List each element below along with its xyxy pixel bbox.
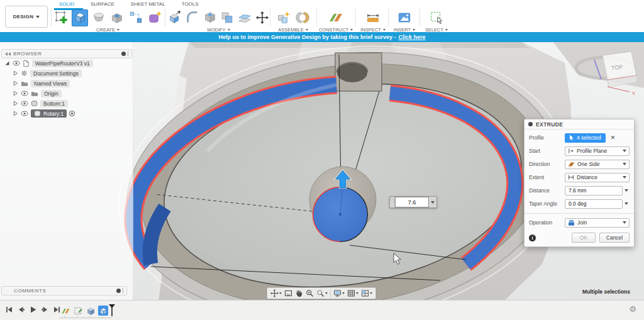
timeline-extrude-icon[interactable] [86, 306, 96, 316]
tree-row-bottom[interactable]: Bottom:1 [1, 99, 131, 108]
design-workspace-button[interactable]: DESIGN [5, 6, 48, 28]
display-settings-icon[interactable] [333, 289, 345, 297]
info-icon[interactable]: i [529, 234, 536, 241]
zoom-icon[interactable] [306, 289, 314, 297]
viewports-icon[interactable] [361, 289, 372, 297]
visibility-eye-icon[interactable] [21, 111, 28, 116]
panel-options-icon[interactable] [121, 52, 126, 56]
tree-label[interactable]: Named Views [31, 80, 70, 87]
visibility-eye-icon[interactable] [21, 101, 28, 106]
ok-button[interactable]: OK [572, 233, 596, 243]
collapse-panel-icon[interactable] [5, 52, 11, 56]
tree-row-root[interactable]: WaterPipeRouterV3 v1 [1, 58, 131, 68]
step-back-icon[interactable] [18, 306, 25, 313]
tab-solid[interactable]: SOLID [58, 1, 75, 8]
visibility-eye-icon[interactable] [21, 91, 28, 96]
timeline-sketch-icon[interactable] [73, 306, 83, 316]
press-pull-icon[interactable] [167, 9, 183, 26]
activate-component-radio[interactable] [69, 111, 75, 116]
browser-header[interactable]: BROWSER [1, 49, 132, 58]
go-to-end-icon[interactable] [53, 306, 60, 313]
grid-settings-icon[interactable] [347, 289, 358, 297]
look-at-icon[interactable] [284, 289, 292, 297]
new-component-icon[interactable] [275, 9, 292, 26]
taper-angle-input[interactable]: 0.0 deg [565, 199, 623, 209]
step-forward-icon[interactable] [42, 306, 48, 313]
combine-icon[interactable] [219, 9, 235, 26]
panel-options-icon[interactable] [116, 289, 121, 293]
tree-row-named-views[interactable]: Named Views [1, 79, 131, 88]
construct-plane-icon[interactable] [328, 9, 345, 26]
tree-row-origin[interactable]: Origin [1, 89, 131, 98]
profile-select-button[interactable]: 4 selected [565, 133, 606, 143]
comments-title: COMMENTS [14, 288, 46, 294]
revolve-icon[interactable] [90, 9, 107, 26]
zoom-window-icon[interactable] [316, 289, 328, 297]
hole-icon[interactable] [109, 9, 126, 26]
go-to-start-icon[interactable] [6, 306, 13, 313]
timeline-extrude-active-icon[interactable] [98, 306, 108, 316]
distance-dropdown-caret[interactable] [429, 197, 436, 207]
distance-inline-input[interactable] [395, 197, 429, 207]
clear-selection-icon[interactable]: ✕ [611, 135, 616, 141]
cancel-button[interactable]: Cancel [599, 233, 630, 243]
create-sketch-icon[interactable] [53, 9, 70, 26]
insert-image-icon[interactable] [396, 9, 413, 26]
taper-expr-caret[interactable] [623, 202, 630, 205]
group-select: SELECT [423, 9, 450, 33]
timeline-position-marker[interactable] [109, 304, 115, 317]
distance-input[interactable]: 7.6 mm [565, 186, 623, 196]
pattern-icon[interactable] [128, 9, 145, 26]
extent-label: Extent [529, 174, 565, 180]
expander-closed-icon[interactable] [13, 80, 18, 86]
fillet-icon[interactable] [185, 9, 201, 26]
extrude-dialog-titlebar[interactable]: EXTRUDE [525, 119, 634, 130]
tab-sheet-metal[interactable]: SHEET METAL [130, 1, 167, 8]
expander-open-icon[interactable] [4, 60, 10, 66]
operation-label: Operation [529, 219, 565, 226]
direction-dropdown[interactable]: One Side [565, 160, 630, 169]
extrude-tool-icon[interactable] [72, 9, 89, 26]
tree-label[interactable]: Document Settings [30, 70, 82, 77]
visibility-eye-icon[interactable] [13, 60, 20, 66]
expander-closed-icon[interactable] [13, 91, 18, 96]
tree-label[interactable]: Origin [41, 90, 62, 97]
operation-dropdown[interactable]: Join [565, 218, 630, 228]
play-icon[interactable] [30, 306, 36, 313]
tree-row-document-settings[interactable]: Document Settings [1, 69, 131, 78]
profile-row: Profile 4 selected ✕ [529, 133, 630, 143]
tree-row-rotary[interactable]: Rotary:1 [1, 109, 131, 118]
create-form-icon[interactable] [146, 9, 163, 26]
timeline-construct-plane-icon[interactable] [60, 306, 70, 316]
expander-closed-icon[interactable] [13, 101, 18, 106]
offset-face-icon[interactable] [237, 9, 253, 26]
extent-dropdown[interactable]: Distance [565, 173, 630, 182]
direction-row: Direction One Side [529, 159, 630, 169]
shell-icon[interactable] [202, 9, 218, 26]
measure-icon[interactable] [365, 9, 382, 26]
distance-expr-caret[interactable] [623, 189, 630, 192]
tab-tools[interactable]: TOOLS [180, 1, 200, 8]
expander-closed-icon[interactable] [13, 111, 18, 116]
tree-label[interactable]: Bottom:1 [40, 100, 68, 108]
timeline-settings-gear-icon[interactable]: ⚙ [629, 305, 636, 313]
start-dropdown[interactable]: Profile Plane [565, 146, 630, 156]
tree-label-selected[interactable]: Rotary:1 [31, 109, 67, 118]
fusion360-window: DESIGN SOLID SURFACE SHEET METAL TOOLS [0, 0, 644, 320]
pan-hand-icon[interactable] [295, 289, 303, 297]
select-icon[interactable] [428, 9, 445, 26]
panel-resize-handle[interactable] [123, 288, 123, 294]
panel-resize-handle[interactable] [128, 51, 128, 57]
browser-panel: BROWSER WaterPipeRouterV3 v1 Document Se… [0, 42, 133, 300]
expander-closed-icon[interactable] [13, 70, 18, 76]
orbit-icon[interactable] [270, 289, 282, 297]
survey-link[interactable]: Click here [399, 34, 426, 40]
dialog-footer: i OK Cancel [529, 231, 630, 244]
profile-plane-icon [568, 148, 574, 154]
tree-label[interactable]: WaterPipeRouterV3 v1 [32, 60, 93, 67]
drag-handle[interactable] [390, 197, 395, 207]
move-icon[interactable] [254, 9, 270, 26]
comments-header[interactable]: COMMENTS [1, 286, 127, 295]
tab-surface[interactable]: SURFACE [89, 1, 116, 8]
joint-icon[interactable] [294, 9, 311, 26]
